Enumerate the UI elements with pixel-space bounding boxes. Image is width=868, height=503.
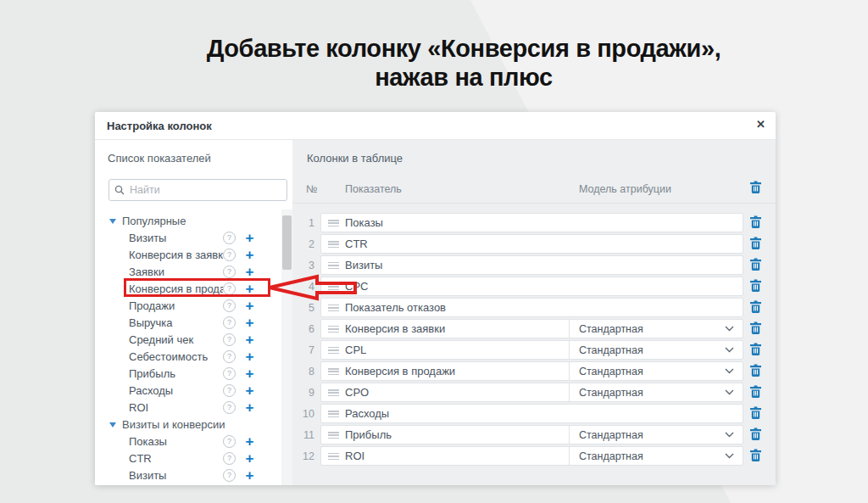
- row-metric-label: Расходы: [345, 407, 389, 420]
- add-metric-plus-icon[interactable]: +: [243, 452, 256, 465]
- row-box: ROIСтандартная: [320, 446, 743, 466]
- delete-row-icon[interactable]: [749, 258, 762, 275]
- help-icon[interactable]: ?: [223, 367, 236, 380]
- delete-row-icon[interactable]: [749, 237, 762, 254]
- drag-handle-icon[interactable]: [328, 220, 339, 226]
- help-icon[interactable]: ?: [223, 232, 236, 244]
- attribution-value: Стандартная: [579, 429, 725, 441]
- search-box: [108, 179, 287, 201]
- table-row: 3Визиты: [292, 255, 776, 275]
- drag-handle-icon[interactable]: [328, 411, 339, 417]
- drag-handle-icon[interactable]: [328, 432, 339, 439]
- help-icon[interactable]: ?: [223, 265, 236, 278]
- table-row: 5Показатель отказов: [292, 298, 776, 317]
- row-metric-label: Прибыль: [345, 428, 392, 441]
- add-metric-plus-icon[interactable]: +: [243, 299, 256, 312]
- attribution-value: Стандартная: [579, 344, 725, 356]
- row-metric-label: CTR: [345, 238, 368, 250]
- metric-list-item: Визиты?+: [95, 229, 281, 246]
- delete-row-icon[interactable]: [749, 321, 762, 338]
- metric-list-item: Средний чек?+: [95, 331, 281, 348]
- metric-item-label: Конверсия в заявки: [129, 249, 223, 261]
- row-metric-label: Показатель отказов: [345, 301, 446, 314]
- attribution-select[interactable]: Стандартная: [569, 362, 743, 380]
- delete-row-icon[interactable]: [749, 406, 762, 423]
- attribution-select[interactable]: Стандартная: [569, 447, 743, 465]
- scrollbar[interactable]: [281, 210, 292, 485]
- help-icon[interactable]: ?: [223, 384, 236, 397]
- metric-list-item: Выручка?+: [95, 314, 281, 331]
- attribution-select[interactable]: Стандартная: [569, 341, 743, 359]
- drag-handle-icon[interactable]: [328, 283, 339, 290]
- scrollbar-thumb[interactable]: [282, 215, 292, 270]
- metric-item-label: Прибыль: [129, 367, 223, 380]
- table-row: 1Показы: [292, 213, 776, 232]
- help-icon[interactable]: ?: [223, 469, 236, 482]
- delete-row-icon[interactable]: [749, 343, 762, 360]
- metric-section-header[interactable]: Визиты и конверсии: [95, 416, 281, 433]
- delete-row-icon[interactable]: [749, 279, 762, 296]
- add-metric-plus-icon[interactable]: +: [243, 367, 256, 380]
- attribution-select[interactable]: Стандартная: [569, 320, 743, 338]
- drag-handle-icon[interactable]: [328, 368, 339, 375]
- delete-row-icon[interactable]: [749, 428, 762, 444]
- delete-row-icon[interactable]: [749, 449, 762, 466]
- delete-all-icon[interactable]: [749, 181, 762, 197]
- attribution-value: Стандартная: [579, 366, 725, 377]
- add-metric-plus-icon[interactable]: +: [243, 333, 256, 346]
- modal-header: Настройка колонок ✕: [95, 112, 776, 140]
- row-number: 4: [292, 281, 314, 293]
- add-metric-plus-icon[interactable]: +: [243, 316, 256, 329]
- help-icon[interactable]: ?: [223, 299, 236, 312]
- add-metric-plus-icon[interactable]: +: [243, 265, 256, 278]
- add-metric-plus-icon[interactable]: +: [243, 232, 256, 244]
- delete-row-icon[interactable]: [749, 215, 762, 232]
- add-metric-plus-icon[interactable]: +: [243, 350, 256, 363]
- metric-item-label: ROI: [129, 401, 223, 414]
- metric-list-item: Заявки?+: [95, 263, 281, 280]
- chevron-down-icon: [725, 432, 734, 438]
- search-input[interactable]: [128, 183, 281, 197]
- help-icon[interactable]: ?: [223, 333, 236, 346]
- drag-handle-icon[interactable]: [328, 241, 339, 248]
- drag-handle-icon[interactable]: [328, 347, 339, 354]
- attribution-select[interactable]: Стандартная: [569, 426, 743, 444]
- help-icon[interactable]: ?: [223, 452, 236, 465]
- add-metric-plus-icon[interactable]: +: [243, 435, 256, 448]
- help-icon[interactable]: ?: [223, 316, 236, 329]
- help-icon[interactable]: ?: [223, 249, 236, 261]
- row-number: 3: [292, 260, 314, 271]
- delete-row-icon[interactable]: [749, 364, 762, 381]
- drag-handle-icon[interactable]: [328, 305, 339, 311]
- metric-item-label: Визиты: [129, 469, 223, 482]
- delete-row-icon[interactable]: [749, 300, 762, 317]
- attribution-select[interactable]: Стандартная: [569, 383, 743, 401]
- column-header-metric: Показатель: [345, 183, 402, 195]
- row-metric-label: Визиты: [345, 259, 382, 271]
- delete-row-icon[interactable]: [749, 385, 762, 402]
- metric-item-label: Выручка: [129, 316, 223, 329]
- metric-section-header[interactable]: Популярные: [95, 212, 281, 229]
- drag-handle-icon[interactable]: [328, 262, 339, 269]
- search-icon: [114, 185, 125, 195]
- metric-item-label: Расходы: [129, 384, 223, 397]
- help-icon[interactable]: ?: [223, 435, 236, 448]
- metric-item-label: Средний чек: [129, 333, 223, 346]
- add-metric-plus-icon[interactable]: +: [243, 249, 256, 261]
- row-box: Показатель отказов: [320, 298, 743, 317]
- add-metric-plus-icon[interactable]: +: [243, 401, 256, 414]
- drag-handle-icon[interactable]: [328, 453, 339, 460]
- page-title: Добавьте колонку «Конверсия в продажи»,н…: [59, 34, 868, 92]
- help-icon[interactable]: ?: [223, 401, 236, 414]
- metric-list-item: Конверсия в заявки?+: [95, 246, 281, 263]
- table-row: 8Конверсия в продажиСтандартная: [292, 361, 776, 381]
- add-metric-plus-icon[interactable]: +: [243, 469, 256, 482]
- add-metric-plus-icon[interactable]: +: [243, 384, 256, 397]
- drag-handle-icon[interactable]: [328, 389, 339, 396]
- close-icon[interactable]: ✕: [756, 118, 765, 131]
- metric-list-item: Себестоимость?+: [95, 348, 281, 365]
- chevron-down-icon: [725, 389, 734, 395]
- drag-handle-icon[interactable]: [328, 326, 339, 333]
- row-number: 2: [292, 238, 314, 250]
- help-icon[interactable]: ?: [223, 350, 236, 363]
